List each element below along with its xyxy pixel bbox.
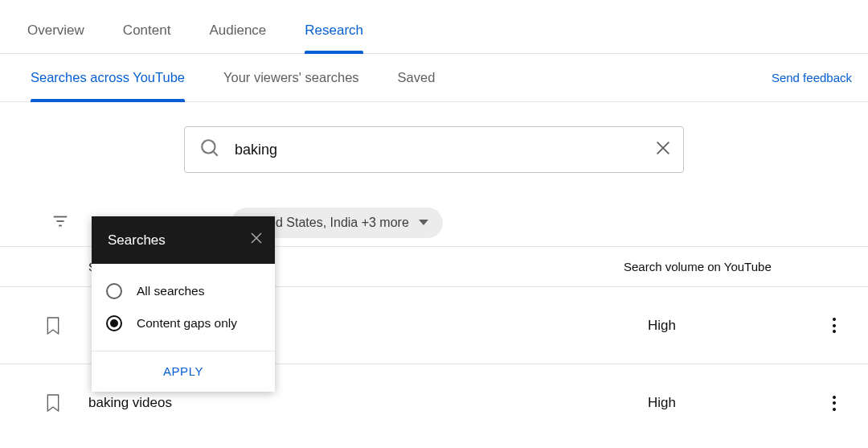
radio-option-content-gaps[interactable]: Content gaps only (92, 307, 275, 339)
popup-footer: APPLY (92, 351, 275, 392)
bookmark-icon[interactable] (39, 316, 68, 335)
more-icon[interactable] (817, 396, 852, 411)
close-icon[interactable] (249, 231, 264, 249)
result-volume: High (648, 395, 817, 411)
subtab-saved[interactable]: Saved (398, 54, 436, 101)
main-tabs: Overview Content Audience Research (0, 0, 868, 54)
apply-button[interactable]: APPLY (163, 364, 203, 378)
result-term: baking videos (68, 395, 648, 411)
radio-label: All searches (137, 284, 204, 298)
popup-body: All searches Content gaps only (92, 264, 275, 351)
svg-line-1 (213, 151, 217, 155)
popup-header: Searches (92, 216, 275, 264)
popup-title: Searches (108, 232, 166, 249)
column-header-volume: Search volume on YouTube (624, 260, 809, 273)
radio-option-all-searches[interactable]: All searches (92, 275, 275, 307)
tab-overview[interactable]: Overview (27, 0, 84, 53)
chevron-down-icon (419, 220, 428, 225)
clear-icon[interactable] (654, 139, 672, 160)
radio-label: Content gaps only (137, 316, 237, 331)
search-icon (199, 138, 220, 162)
svg-point-0 (202, 140, 215, 153)
search-input[interactable] (235, 142, 640, 158)
radio-icon (106, 283, 122, 299)
subtab-searches-across-youtube[interactable]: Searches across YouTube (31, 54, 185, 101)
send-feedback-link[interactable]: Send feedback (772, 71, 852, 84)
tab-research[interactable]: Research (305, 0, 363, 53)
result-volume: High (648, 318, 817, 334)
subtab-viewers-searches[interactable]: Your viewers' searches (223, 54, 359, 101)
radio-icon (106, 315, 122, 331)
sub-tabs-row: Searches across YouTube Your viewers' se… (0, 54, 868, 102)
searches-filter-popup: Searches All searches Content gaps only … (92, 216, 275, 392)
search-box (184, 126, 684, 173)
sub-tabs: Searches across YouTube Your viewers' se… (31, 54, 435, 101)
tab-content[interactable]: Content (123, 0, 171, 53)
more-icon[interactable] (817, 318, 852, 333)
tab-audience[interactable]: Audience (209, 0, 266, 53)
bookmark-icon[interactable] (39, 393, 68, 413)
search-wrap (0, 102, 868, 199)
filter-icon[interactable] (51, 212, 69, 233)
